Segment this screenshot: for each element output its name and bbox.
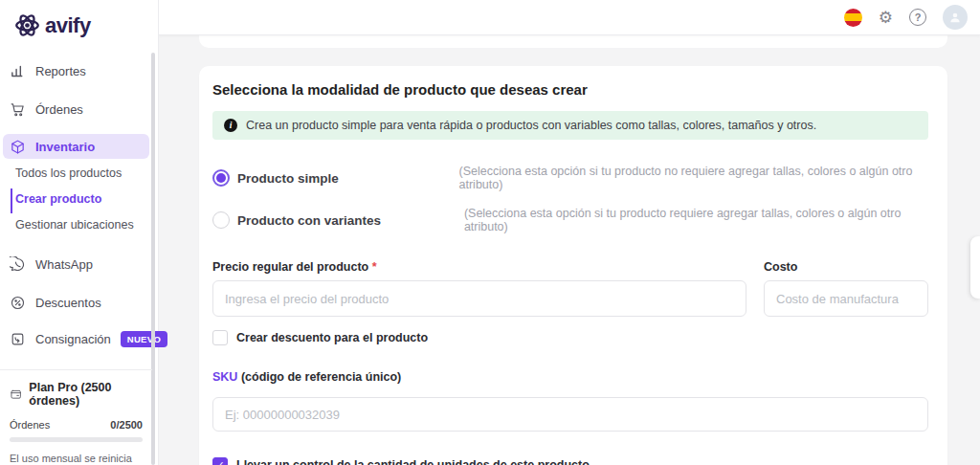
- sidebar: avify Reportes Órdenes Inventario Todos …: [0, 0, 159, 465]
- sidebar-subitem-crear-producto[interactable]: Crear producto: [15, 192, 101, 206]
- sidebar-subitem-gestionar-ubicaciones[interactable]: Gestionar ubicaciones: [15, 218, 134, 232]
- sidebar-item-label: Inventario: [35, 140, 95, 154]
- cart-icon: [10, 101, 26, 118]
- sidebar-item-label: Reportes: [35, 64, 86, 78]
- plan-usage-row: Órdenes 0/2500: [10, 419, 143, 431]
- cube-icon: [10, 139, 26, 155]
- percent-icon: [10, 295, 26, 311]
- sidebar-item-inventario[interactable]: Inventario: [3, 134, 149, 159]
- info-icon: i: [224, 119, 237, 132]
- option-hint: (Selecciona esta opción si tu producto n…: [459, 165, 928, 191]
- person-icon: [948, 11, 962, 24]
- spain-flag-icon[interactable]: [844, 9, 862, 27]
- wallet-icon: [10, 387, 22, 402]
- plan-usage-value: 0/2500: [110, 419, 143, 431]
- plan-progress-bar: [10, 437, 143, 442]
- cost-label: Costo: [764, 260, 928, 274]
- active-subitem-indicator: [11, 188, 12, 213]
- gear-icon[interactable]: ⚙: [879, 10, 893, 26]
- sku-label-strong: SKU: [212, 370, 237, 384]
- plan-panel: Plan Pro (2500 órdenes) Órdenes 0/2500 E…: [0, 369, 152, 465]
- sidebar-item-label: WhatsApp: [35, 257, 93, 272]
- user-avatar[interactable]: [943, 5, 968, 30]
- help-glyph: ?: [915, 11, 922, 23]
- sidebar-item-reportes[interactable]: Reportes: [10, 59, 86, 82]
- previous-card-bottom: [199, 35, 947, 48]
- price-field-group: Precio regular del producto *: [212, 260, 746, 317]
- option-hint: (Selecciona esta opción si tu producto r…: [464, 207, 928, 233]
- cost-field-group: Costo: [764, 260, 928, 317]
- consignment-icon: [10, 331, 26, 347]
- radio-producto-simple[interactable]: [212, 169, 230, 187]
- info-banner-text: Crea un producto simple para venta rápid…: [246, 119, 816, 132]
- option-row-producto-con-variantes: Producto con variantes (Selecciona esta …: [212, 207, 928, 233]
- product-mode-card: Selecciona la modalidad de producto que …: [199, 66, 947, 465]
- sidebar-item-label: Consignación: [35, 332, 111, 346]
- plan-note: El uso mensual se reinicia en 29 días: [10, 452, 145, 465]
- plan-usage-label: Órdenes: [10, 419, 50, 431]
- price-input[interactable]: [212, 280, 746, 317]
- discount-checkbox-row: Crear descuento para el producto: [212, 330, 928, 345]
- top-header: ⚙ ?: [159, 0, 980, 35]
- discount-checkbox-label[interactable]: Crear descuento para el producto: [236, 331, 428, 344]
- floating-panel-handle[interactable]: [970, 236, 980, 299]
- plan-title-row: Plan Pro (2500 órdenes): [10, 381, 143, 408]
- price-label: Precio regular del producto *: [212, 260, 746, 274]
- discount-checkbox[interactable]: [212, 330, 228, 345]
- required-asterisk: *: [372, 260, 377, 274]
- sidebar-subitem-todos-los-productos[interactable]: Todos los productos: [15, 166, 122, 180]
- sidebar-item-label: Órdenes: [35, 102, 83, 117]
- price-label-text: Precio regular del producto: [212, 260, 368, 274]
- nuevo-badge: NUEVO: [121, 331, 167, 347]
- option-label[interactable]: Producto simple: [237, 171, 459, 186]
- cost-input[interactable]: [764, 280, 928, 317]
- plan-title: Plan Pro (2500 órdenes): [29, 381, 143, 408]
- sku-label-rest: (código de referencia único): [237, 370, 401, 384]
- whatsapp-icon: [10, 256, 26, 273]
- track-quantity-checkbox-label[interactable]: Llevar un control de la cantidad de unid…: [236, 458, 590, 465]
- track-quantity-checkbox[interactable]: ✓: [212, 457, 228, 465]
- sidebar-item-ordenes[interactable]: Órdenes: [10, 98, 83, 121]
- option-row-producto-simple: Producto simple (Selecciona esta opción …: [212, 165, 928, 191]
- bar-chart-icon: [10, 63, 26, 79]
- option-label[interactable]: Producto con variantes: [237, 213, 464, 228]
- sku-field-group: SKU (código de referencia único): [212, 370, 928, 432]
- atom-icon: [14, 12, 40, 38]
- radio-producto-con-variantes[interactable]: [212, 211, 230, 229]
- track-quantity-checkbox-row: ✓ Llevar un control de la cantidad de un…: [212, 457, 928, 465]
- sidebar-item-label: Descuentos: [35, 296, 101, 310]
- info-banner: i Crea un producto simple para venta ráp…: [212, 111, 928, 140]
- brand-logo[interactable]: avify: [14, 12, 91, 38]
- section-heading: Selecciona la modalidad de producto que …: [212, 81, 928, 98]
- help-icon[interactable]: ?: [909, 9, 926, 26]
- sidebar-item-consignacion[interactable]: Consignación NUEVO: [10, 327, 167, 350]
- brand-name: avify: [45, 13, 91, 38]
- price-cost-row: Precio regular del producto * Costo: [212, 260, 928, 317]
- sidebar-item-whatsapp[interactable]: WhatsApp: [10, 253, 93, 276]
- sidebar-item-descuentos[interactable]: Descuentos: [10, 291, 101, 314]
- sku-input[interactable]: [212, 397, 928, 432]
- sku-label: SKU (código de referencia único): [212, 370, 928, 384]
